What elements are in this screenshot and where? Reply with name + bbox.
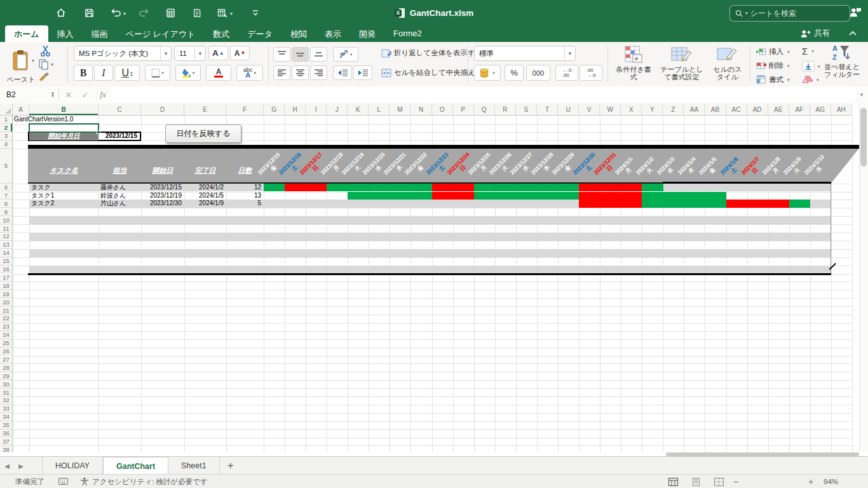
gantt-cell[interactable] (663, 192, 684, 200)
format-painter-icon[interactable] (38, 72, 51, 86)
merge-center-button[interactable]: セルを結合して中央揃え▾ (381, 68, 482, 78)
column-header-AH[interactable]: AH (831, 104, 852, 116)
gantt-cell[interactable] (369, 192, 390, 200)
task-name-cell[interactable]: タスク2 (31, 200, 95, 208)
formula-bar-expand-caret[interactable]: ▾ (857, 86, 867, 103)
row-header-18[interactable]: 18 (0, 281, 13, 290)
insert-function-icon[interactable]: fx (97, 86, 109, 103)
task-start-cell[interactable]: 2023/12/15 (142, 184, 182, 192)
cancel-entry-icon[interactable]: ✕ (62, 86, 75, 103)
column-header-I[interactable]: I (306, 104, 327, 116)
percent-button[interactable]: % (505, 65, 524, 81)
gantt-cell[interactable] (264, 184, 285, 192)
increase-decimal-button[interactable]: ←.0.00 (555, 65, 578, 81)
apply-dates-button[interactable]: 日付を反映する (165, 125, 241, 143)
column-header-P[interactable]: P (453, 104, 474, 116)
gantt-cell[interactable] (516, 184, 538, 192)
fill-handle[interactable] (97, 130, 100, 134)
task-end-cell[interactable]: 2024/1/5 (186, 192, 224, 200)
task-start-cell[interactable]: 2023/12/30 (142, 200, 182, 208)
decrease-decimal-button[interactable]: .00→.0 (580, 65, 602, 81)
sheet-nav-left-arrow[interactable]: ◀ (0, 457, 14, 475)
row-header-3[interactable]: 3 (0, 132, 13, 140)
column-header-AB[interactable]: AB (705, 104, 726, 116)
collapse-ribbon-chevron[interactable] (849, 29, 857, 37)
gantt-cell[interactable] (306, 184, 327, 192)
gantt-cell[interactable] (621, 184, 642, 192)
underline-button[interactable]: U▾ (114, 65, 140, 81)
gantt-cell[interactable] (642, 200, 663, 208)
row-header-36[interactable]: 36 (0, 430, 13, 438)
task-days-cell[interactable]: 5 (227, 200, 261, 208)
row-header-1[interactable]: 1 (0, 116, 13, 124)
ribbon-tab-描画[interactable]: 描画 (83, 25, 117, 42)
gantt-cell[interactable] (726, 200, 748, 208)
vertical-scrollbar-thumb[interactable] (860, 108, 867, 166)
gantt-cell[interactable] (453, 192, 475, 200)
task-days-cell[interactable]: 13 (227, 192, 261, 200)
name-box-stepper[interactable]: ▲▼ (51, 92, 58, 98)
gantt-cell[interactable] (369, 184, 390, 192)
search-input[interactable]: ▾ シートを検索 (729, 5, 850, 22)
column-header-M[interactable]: M (390, 104, 410, 116)
task-owner-cell[interactable]: 片山さん (100, 200, 139, 208)
row-header-21[interactable]: 21 (0, 306, 13, 315)
column-header-C[interactable]: C (98, 104, 141, 116)
align-top-button[interactable] (273, 47, 290, 62)
align-left-button[interactable] (273, 65, 290, 80)
wrap-text-button[interactable]: 折り返して全体を表示する▾ (381, 48, 489, 58)
column-header-N[interactable]: N (410, 104, 431, 116)
bold-button[interactable]: B (74, 65, 93, 81)
currency-button[interactable]: ▾ (474, 65, 501, 81)
paste-button[interactable] (8, 45, 33, 76)
sheet-tab-Sheet1[interactable]: Sheet1 (168, 457, 220, 475)
column-header-B[interactable]: B (29, 104, 98, 116)
task-end-cell[interactable]: 2024/1/9 (186, 200, 224, 208)
row-header-11[interactable]: 11 (0, 224, 13, 233)
gantt-cell[interactable] (410, 192, 432, 200)
cell-styles-button[interactable]: セルのスタイル (709, 46, 746, 81)
row-header-32[interactable]: 32 (0, 396, 13, 405)
row-header-37[interactable]: 37 (0, 438, 13, 446)
column-header-F[interactable]: F (226, 104, 264, 116)
gantt-cell[interactable] (390, 192, 411, 200)
gantt-cell[interactable] (432, 184, 454, 192)
gantt-cell[interactable] (747, 200, 769, 208)
column-header-G[interactable]: G (264, 104, 285, 116)
ribbon-tab-挿入[interactable]: 挿入 (48, 25, 83, 42)
task-days-cell[interactable]: 12 (227, 184, 261, 192)
row-header-20[interactable]: 20 (0, 298, 13, 306)
delete-cells-button[interactable]: 削除▾ (756, 61, 790, 71)
task-name-cell[interactable]: タスク1 (31, 192, 95, 200)
gantt-cell[interactable] (705, 192, 726, 200)
column-header-Q[interactable]: Q (474, 104, 495, 116)
gantt-cell[interactable] (432, 192, 454, 200)
italic-button[interactable]: I (94, 65, 113, 81)
row-header-16[interactable]: 16 (0, 266, 13, 274)
ribbon-tab-データ[interactable]: データ (238, 25, 281, 42)
column-header-AD[interactable]: AD (747, 104, 768, 116)
row-header-10[interactable]: 10 (0, 216, 13, 224)
increase-indent-button[interactable] (353, 65, 372, 80)
gantt-cell[interactable] (600, 192, 621, 200)
accessibility-status[interactable]: アクセシビリティ: 検討が必要です (80, 475, 208, 488)
task-start-cell[interactable]: 2023/12/19 (142, 192, 182, 200)
page-layout-view-icon[interactable] (691, 475, 701, 488)
row-header-4[interactable]: 4 (0, 140, 13, 149)
align-right-button[interactable] (310, 65, 327, 80)
copy-dropdown-caret[interactable]: ▾ (51, 62, 53, 67)
row-header-6[interactable]: 6 (0, 184, 13, 192)
task-owner-cell[interactable]: 鈴波さん (100, 192, 139, 200)
task-owner-cell[interactable]: 藤井さん (100, 184, 139, 192)
column-header-Z[interactable]: Z (663, 104, 684, 116)
task-name-cell[interactable]: タスク (31, 184, 95, 192)
row-header-25[interactable]: 25 (0, 339, 13, 348)
gantt-cell[interactable] (558, 192, 580, 200)
ribbon-tab-開発[interactable]: 開発 (350, 25, 384, 42)
gantt-cell[interactable] (768, 200, 790, 208)
column-header-Y[interactable]: Y (642, 104, 663, 116)
confirm-entry-icon[interactable]: ✓ (79, 86, 92, 103)
align-middle-button[interactable] (292, 47, 309, 62)
gantt-cell[interactable] (495, 184, 517, 192)
row-header-27[interactable]: 27 (0, 356, 13, 364)
